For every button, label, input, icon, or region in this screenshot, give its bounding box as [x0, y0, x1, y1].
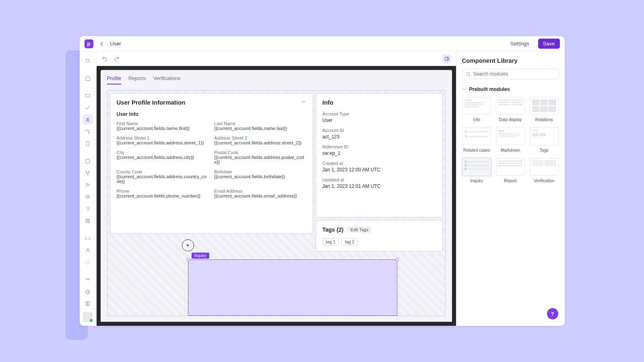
svg-rect-14 [88, 221, 90, 223]
svg-point-17 [88, 278, 90, 280]
redo-icon[interactable] [114, 56, 120, 62]
svg-point-7 [89, 171, 89, 172]
tag-pill[interactable]: tag 2 [341, 238, 358, 245]
field-value: {{current_account.fields.address.street_… [214, 140, 306, 145]
field-value: {{current_account.fields.address.postal_… [214, 155, 306, 165]
book-icon[interactable] [83, 298, 93, 309]
field-value: {{current_account.fields.name.last}} [214, 126, 306, 131]
card-icon[interactable] [83, 90, 93, 101]
field-label: Email Address [214, 189, 306, 193]
grid-icon[interactable] [83, 216, 93, 226]
drop-label: Inquiry [192, 253, 209, 259]
module-report[interactable]: Report [495, 158, 525, 183]
svg-rect-19 [445, 57, 448, 60]
layout-container[interactable]: User Profile Information User Info First… [107, 90, 446, 316]
undo-icon[interactable] [101, 56, 108, 62]
field-label: Postal Code [214, 150, 306, 155]
svg-rect-12 [88, 219, 90, 220]
layers-icon[interactable] [83, 192, 93, 202]
tags-card[interactable]: Tags (2) Edit Tags tag 1 tag 2 [316, 220, 443, 251]
field-label: Phone [117, 189, 209, 193]
branch-icon[interactable] [83, 168, 93, 178]
module-label: Inquiry [471, 178, 483, 183]
svg-point-2 [87, 118, 89, 119]
svg-rect-5 [87, 142, 89, 146]
module-label: Report [504, 178, 517, 183]
field-value: {{current_account.fields.email_address}} [214, 193, 306, 198]
info-value: User [322, 117, 436, 123]
resize-handle-right[interactable] [396, 258, 399, 261]
tab-reports[interactable]: Reports [128, 76, 146, 84]
flow-icon[interactable] [83, 126, 93, 137]
module-relations[interactable]: Relations [529, 97, 559, 122]
info-value: act_123 [322, 134, 436, 140]
home-icon[interactable] [83, 73, 93, 84]
module-label: Related cases [463, 148, 490, 152]
field-value: {{current_account.fields.address.country… [117, 174, 209, 184]
module-label: Data display [499, 117, 522, 122]
field-label: Last Name [214, 121, 306, 126]
avatar[interactable] [83, 312, 93, 322]
field-value: {{current_account.fields.name.first}} [117, 126, 209, 131]
field-label: Birthdate [214, 169, 306, 174]
module-inquiry[interactable]: Inquiry [462, 158, 492, 183]
list-icon[interactable] [83, 204, 93, 214]
info-card[interactable]: Info Account TypeUser Account IDact_123 … [316, 93, 443, 218]
module-label: Relations [535, 117, 553, 122]
tab-verifications[interactable]: Verifications [153, 76, 180, 84]
help-button[interactable]: ? [547, 308, 558, 319]
module-tags[interactable]: Tags [529, 128, 559, 152]
search-icon[interactable] [83, 56, 93, 66]
svg-point-0 [86, 59, 89, 62]
field-label: Address Street 1 [117, 136, 209, 140]
module-markdown[interactable]: Markdown [495, 128, 525, 152]
save-button[interactable]: Save [538, 39, 560, 49]
app-logo[interactable]: p [85, 39, 93, 48]
search-input[interactable] [473, 71, 555, 77]
check-icon[interactable] [83, 103, 93, 113]
code-icon[interactable] [83, 233, 93, 244]
module-verification[interactable]: Verification [529, 158, 559, 183]
team-icon[interactable] [83, 245, 93, 256]
library-title: Component Library [462, 57, 559, 64]
module-data-display[interactable]: Data display [495, 97, 525, 122]
svg-rect-1 [86, 95, 90, 97]
module-info[interactable]: Info [462, 97, 492, 122]
panel-toggle-icon[interactable] [442, 54, 451, 63]
field-value: {{current_account.fields.address.street_… [117, 140, 209, 145]
doc-icon[interactable] [83, 138, 93, 149]
info-label: Account ID [322, 128, 436, 133]
back-icon[interactable] [98, 40, 105, 47]
user-icon[interactable] [83, 115, 93, 125]
cube-icon[interactable] [83, 156, 93, 167]
globe-icon[interactable] [83, 287, 93, 297]
svg-point-6 [86, 171, 87, 172]
cursor-indicator [182, 239, 194, 251]
settings-link[interactable]: Settings [510, 41, 529, 47]
drop-placeholder[interactable]: Inquiry [188, 259, 397, 316]
tag-pill[interactable]: tag 1 [322, 238, 339, 245]
info-value: sw:ep_1 [322, 150, 436, 156]
search-box[interactable] [462, 69, 559, 79]
resize-handle-left[interactable] [186, 258, 190, 261]
chevron-down-icon [462, 87, 467, 92]
info-value: Jan 1, 2023 12:00 AM UTC [322, 167, 436, 173]
canvas[interactable]: Profile Reports Verifications User Profi… [97, 66, 456, 326]
chevron-down-icon[interactable] [301, 99, 306, 106]
module-label: Markdown [501, 148, 520, 152]
info-card-title: Info [322, 99, 334, 106]
tab-profile[interactable]: Profile [107, 76, 121, 84]
field-label: City [117, 150, 209, 155]
people-icon[interactable] [83, 275, 93, 285]
svg-rect-13 [86, 221, 87, 223]
edit-tags-button[interactable]: Edit Tags [347, 226, 372, 233]
prebuilt-section[interactable]: Prebuilt modules [462, 86, 559, 92]
settings-icon[interactable] [83, 257, 93, 267]
svg-rect-11 [86, 219, 87, 220]
module-related-cases[interactable]: Related cases [462, 128, 492, 152]
side-rail [80, 51, 97, 326]
field-value: {{current_account.fields.phone_number}} [117, 193, 209, 198]
users-icon[interactable] [83, 180, 93, 190]
profile-card[interactable]: User Profile Information User Info First… [110, 93, 313, 234]
module-label: Info [473, 117, 481, 122]
